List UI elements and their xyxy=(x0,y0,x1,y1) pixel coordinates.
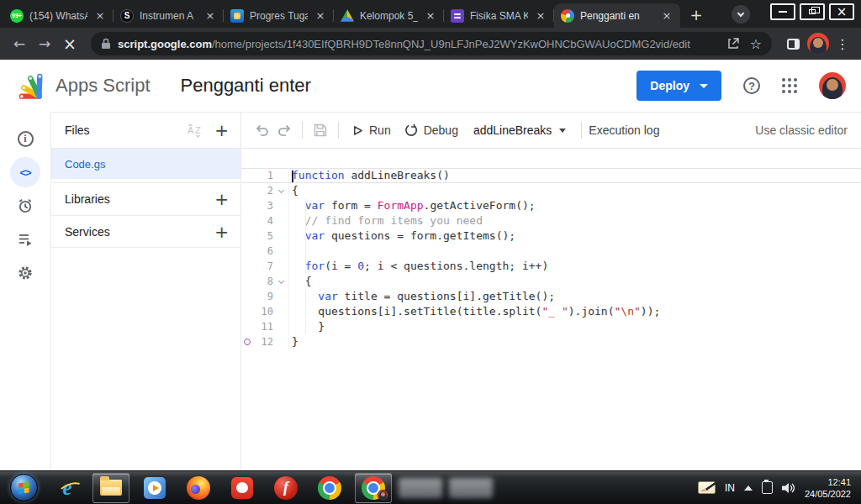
browser-tab[interactable]: S Instrumen A × xyxy=(114,3,224,28)
google-apps-grid-icon[interactable] xyxy=(782,78,797,93)
flash-taskbar-item[interactable]: f xyxy=(267,473,304,503)
deploy-button[interactable]: Deploy xyxy=(637,71,721,101)
code-line[interactable]: 10 questions[i].setTitle(title.split("_ … xyxy=(241,304,861,319)
blurred-taskbar-item[interactable] xyxy=(449,478,493,498)
code-line[interactable]: 6 xyxy=(241,244,861,259)
help-icon[interactable]: ? xyxy=(743,77,760,94)
forward-button[interactable]: → xyxy=(34,33,55,55)
removable-media-icon[interactable] xyxy=(762,481,773,494)
code-line[interactable]: 5 var questions = form.getItems(); xyxy=(241,228,861,244)
fold-gutter[interactable] xyxy=(273,259,288,274)
window-close-button[interactable]: × xyxy=(829,3,854,20)
side-panel-icon[interactable] xyxy=(782,33,804,55)
browser-tab[interactable]: Fisika SMA K × xyxy=(444,3,554,28)
code-line[interactable]: 9 var title = questions[i].getTitle(); xyxy=(241,289,861,304)
new-tab-button[interactable]: + xyxy=(685,3,707,25)
chrome-active-taskbar-item[interactable] xyxy=(355,473,392,503)
volume-icon[interactable] xyxy=(782,482,795,494)
project-title[interactable]: Pengganti enter xyxy=(181,75,311,97)
fold-gutter[interactable] xyxy=(273,334,288,349)
explorer-taskbar-item[interactable] xyxy=(92,473,129,503)
fold-gutter[interactable] xyxy=(273,289,288,304)
tab-search-chevron-button[interactable] xyxy=(732,5,750,24)
sort-files-icon[interactable]: A Z xyxy=(186,123,203,138)
browser-profile-avatar[interactable] xyxy=(807,33,829,55)
fold-gutter[interactable] xyxy=(273,274,288,289)
code-line[interactable]: 12 } xyxy=(241,334,861,349)
breakpoint-gutter[interactable] xyxy=(241,274,253,289)
browser-tab[interactable]: 99+ (154) WhatsA × xyxy=(3,3,114,28)
media-player-taskbar-item[interactable] xyxy=(136,473,173,503)
tab-close-icon[interactable]: × xyxy=(424,9,437,23)
chrome-taskbar-item[interactable] xyxy=(311,473,348,503)
internet-explorer-taskbar-item[interactable]: e xyxy=(49,473,86,503)
fold-gutter[interactable] xyxy=(273,213,288,228)
fold-gutter[interactable] xyxy=(273,198,288,213)
tab-close-icon[interactable]: × xyxy=(93,9,107,23)
settings-nav-icon[interactable] xyxy=(0,256,50,290)
executions-nav-icon[interactable] xyxy=(0,223,50,256)
fold-gutter[interactable] xyxy=(273,168,288,183)
breakpoint-gutter[interactable] xyxy=(241,168,253,183)
triggers-nav-icon[interactable] xyxy=(0,189,50,223)
add-file-icon[interactable]: + xyxy=(214,122,229,139)
fold-gutter[interactable] xyxy=(273,304,288,319)
editor-nav-icon[interactable]: <> xyxy=(0,155,50,189)
share-icon[interactable] xyxy=(726,37,740,50)
account-avatar[interactable] xyxy=(819,72,846,99)
breakpoint-gutter[interactable] xyxy=(241,244,253,259)
breakpoint-gutter[interactable] xyxy=(241,228,253,244)
window-maximize-button[interactable] xyxy=(800,3,825,20)
stop-loading-button[interactable]: × xyxy=(59,33,81,55)
fold-gutter[interactable] xyxy=(273,183,288,198)
tab-close-icon[interactable]: × xyxy=(660,9,673,23)
start-button[interactable] xyxy=(5,473,42,503)
redo-button[interactable] xyxy=(273,119,295,141)
bookmark-star-icon[interactable]: ☆ xyxy=(750,36,762,52)
window-minimize-button[interactable] xyxy=(770,3,795,20)
breakpoint-gutter[interactable] xyxy=(241,183,253,198)
code-area[interactable]: 1 function addLineBreaks() 2 { 3 var for… xyxy=(241,149,861,470)
firefox-taskbar-item[interactable] xyxy=(180,473,217,503)
code-line[interactable]: 3 var form = FormApp.getActiveForm(); xyxy=(241,198,861,213)
tab-close-icon[interactable]: × xyxy=(534,9,547,23)
tab-close-icon[interactable]: × xyxy=(203,9,217,23)
undo-button[interactable] xyxy=(251,119,273,141)
brand-name[interactable]: Apps Script xyxy=(55,75,151,97)
code-line[interactable]: 4 // find form items you need xyxy=(241,213,861,228)
debug-button[interactable]: Debug xyxy=(398,117,465,144)
blurred-taskbar-item[interactable] xyxy=(399,478,442,498)
back-button[interactable]: ← xyxy=(8,33,30,55)
gom-player-taskbar-item[interactable] xyxy=(224,473,261,503)
browser-menu-icon[interactable]: ⋮ xyxy=(832,36,853,52)
file-row[interactable]: Code.gs xyxy=(51,149,240,179)
url-omnibox[interactable]: script.google.com/home/projects/1f430EIf… xyxy=(91,32,772,55)
breakpoint-gutter[interactable] xyxy=(241,289,253,304)
fold-gutter[interactable] xyxy=(273,228,288,244)
fold-gutter[interactable] xyxy=(273,244,288,259)
use-classic-editor-link[interactable]: Use classic editor xyxy=(755,123,848,137)
breakpoint-gutter[interactable] xyxy=(241,334,253,349)
breakpoint-gutter[interactable] xyxy=(241,319,253,334)
code-line[interactable]: 8 { xyxy=(241,274,861,289)
tab-close-icon[interactable]: × xyxy=(314,9,327,23)
breakpoint-gutter[interactable] xyxy=(241,304,253,319)
add-icon[interactable]: + xyxy=(214,191,229,207)
run-button[interactable]: Run xyxy=(346,117,398,144)
show-hidden-icons[interactable] xyxy=(744,486,753,491)
tablet-input-icon[interactable] xyxy=(698,481,716,494)
breakpoint-gutter[interactable] xyxy=(241,213,253,228)
breakpoint-gutter[interactable] xyxy=(241,259,253,274)
execution-log-button[interactable]: Execution log xyxy=(589,123,659,137)
overview-nav-icon[interactable]: i xyxy=(0,122,50,155)
code-line[interactable]: 2 { xyxy=(241,183,861,198)
browser-tab[interactable]: Pengganti en × xyxy=(554,3,680,28)
browser-tab[interactable]: Kelompok 5_ × xyxy=(334,3,444,28)
add-icon[interactable]: + xyxy=(214,223,229,240)
clock[interactable]: 12:41 24/05/2022 xyxy=(805,476,851,500)
language-indicator[interactable]: IN xyxy=(725,482,735,494)
code-line[interactable]: 1 function addLineBreaks() xyxy=(241,168,861,183)
save-button[interactable] xyxy=(309,119,331,141)
function-selector[interactable]: addLineBreaks xyxy=(465,123,574,137)
browser-tab[interactable]: Progres Tuga × xyxy=(224,3,334,28)
